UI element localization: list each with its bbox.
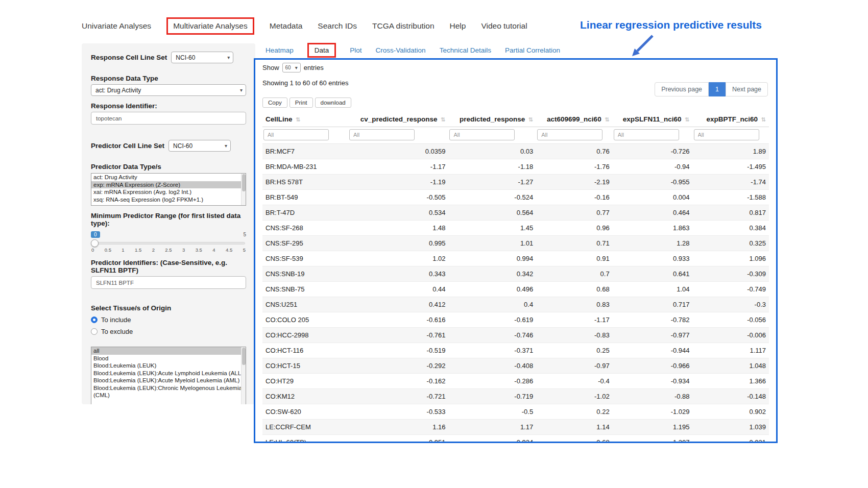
table-cell: -0.408 [448,358,536,374]
sidebar-panel: Response Cell Line Set NCI-60 ▾ Response… [82,43,255,404]
response-cell-line-set-label: Response Cell Line Set [91,54,167,61]
table-row: CO:KM12 -0.721 -0.719 -1.02 -0.88 -0.148 [262,389,769,404]
table-filter-row [262,127,769,144]
nav-item[interactable]: Help [450,18,466,34]
tissue-origin-label: Select Tissue/s of Origin [91,304,246,312]
table-cell: -0.148 [693,389,769,404]
column-header[interactable]: expSLFN11_nci60 ⇅ [613,112,693,127]
column-filter-input[interactable] [537,129,602,140]
nav-item[interactable]: Multivariate Analyses [166,17,254,35]
column-header[interactable]: act609699_nci60 ⇅ [536,112,612,127]
listbox-option[interactable]: Blood:Leukemia (LEUK):Acute Lymphoid Leu… [91,370,246,377]
listbox-option[interactable]: act: Drug Activity [91,174,246,181]
table-cell: 0.03 [448,144,536,159]
annotation-title: Linear regression predictive results [580,19,762,31]
scrollbar[interactable] [241,347,246,404]
listbox-option[interactable]: Blood:Leukemia (LEUK) [91,362,246,370]
export-button[interactable]: Copy [262,97,287,108]
listbox-option[interactable]: Blood [91,355,246,362]
table-cell: 0.496 [448,282,536,297]
tab-item[interactable]: Partial Correlation [505,44,560,57]
table-cell: 1.89 [693,144,769,159]
slider-handle[interactable] [91,239,99,247]
next-page-button[interactable]: Next page [726,82,768,96]
page-number-button[interactable]: 1 [709,82,726,96]
radio-option[interactable]: To exclude [91,328,246,335]
column-header[interactable]: cv_predicted_response ⇅ [348,112,448,127]
listbox-option[interactable]: xsq: RNA-seq Expression (log2 FPKM+1.) [91,196,246,204]
listbox-option[interactable]: all [91,347,246,355]
column-filter-input[interactable] [694,129,759,140]
entries-select-value: 60 [285,65,291,70]
slider-value-badge: 0 [91,231,100,238]
nav-item[interactable]: Metadata [270,18,303,34]
table-cell-cellline: LE:HL-60(TB) [262,435,348,444]
column-header-label: expBPTF_nci60 [706,115,758,123]
tab-item[interactable]: Data [307,43,336,58]
listbox-option[interactable]: Blood:Leukemia (LEUK):Chronic Myelogenou… [91,384,246,399]
predictor-cell-line-set-select[interactable]: NCI-60 ▾ [168,140,231,152]
table-cell: -0.966 [613,358,693,374]
listbox-option[interactable]: Blood:Leukemia (LEUK):Acute Myeloid Leuk… [91,377,246,384]
scrollbar[interactable] [241,174,246,205]
slider-track[interactable] [92,242,245,245]
nav-item[interactable]: Univariate Analyses [82,18,151,34]
table-cell: 1.16 [348,420,448,435]
nav-item[interactable]: Video tutorial [481,18,527,34]
table-cell-cellline: BR:T-47D [262,205,348,221]
table-row: BR:MCF7 0.0359 0.03 0.76 -0.726 1.89 [262,144,769,159]
filter-cell [262,127,348,144]
table-cell: 0.951 [348,435,448,444]
table-cell: 1.04 [613,282,693,297]
predictor-identifiers-input[interactable] [91,276,246,289]
nav-item[interactable]: Search IDs [318,18,357,34]
table-cell: 0.933 [613,251,693,266]
table-cell: 0.534 [348,205,448,221]
radio-option[interactable]: To include [91,316,246,324]
tab-item[interactable]: Technical Details [440,44,491,57]
tab-item[interactable]: Cross-Validation [376,44,426,57]
export-button[interactable]: Print [290,97,313,108]
tick-label: 1 [122,247,124,253]
column-header[interactable]: predicted_response ⇅ [448,112,536,127]
show-label: Show [262,64,279,71]
listbox-option[interactable]: exp: mRNA Expression (Z-Score) [91,181,246,189]
show-entries-row: Show 60 ▾ entries [262,63,769,72]
response-cell-line-set-select[interactable]: NCI-60 ▾ [171,52,233,63]
table-row: CO:HCT-116 -0.519 -0.371 0.25 -0.944 1.1… [262,343,769,358]
chevron-down-icon: ▾ [240,88,243,93]
scrollbar-thumb[interactable] [242,348,246,365]
column-filter-input[interactable] [614,129,679,140]
column-header[interactable]: CellLine ⇅ [262,112,348,127]
previous-page-button[interactable]: Previous page [655,82,709,96]
radio-label: To include [101,316,131,324]
column-filter-input[interactable] [349,129,415,140]
tab-item[interactable]: Plot [350,44,361,57]
table-cell: 0.76 [536,144,612,159]
tick-label: 0 [91,247,94,253]
column-header[interactable]: expBPTF_nci60 ⇅ [693,112,769,127]
table-cell-cellline: CO:HCT-116 [262,343,348,358]
sort-icon: ⇅ [605,116,609,123]
table-cell: -0.721 [348,389,448,404]
tissue-origin-listbox[interactable]: all Blood Blood:Leukemia (LEUK) Blood:Le… [91,347,246,404]
results-table: CellLine ⇅ cv_predicted_response ⇅ predi… [262,112,769,443]
sort-icon: ⇅ [441,116,445,123]
listbox-option[interactable]: xai: mRNA Expression (Avg. log2 Int.) [91,188,246,196]
entries-select[interactable]: 60 ▾ [282,63,301,72]
column-filter-input[interactable] [449,129,515,140]
response-data-type-select[interactable]: act: Drug Activity ▾ [91,84,246,96]
table-cell-cellline: LE:CCRF-CEM [262,420,348,435]
table-cell: -0.94 [613,159,693,175]
nav-item[interactable]: TCGA distribution [372,18,434,34]
scrollbar-thumb[interactable] [242,174,246,191]
response-identifier-input[interactable] [91,112,246,125]
column-filter-input[interactable] [263,129,329,140]
table-cell: 0.412 [348,297,448,312]
filter-cell [448,127,536,144]
table-row: CNS:SNB-19 0.343 0.342 0.7 0.641 -0.309 [262,266,769,282]
export-button[interactable]: download [315,97,351,108]
table-row: CNS:SNB-75 0.44 0.496 0.68 1.04 -0.749 [262,282,769,297]
tab-item[interactable]: Heatmap [266,44,294,57]
predictor-data-type-listbox[interactable]: act: Drug Activity exp: mRNA Expression … [91,173,246,206]
